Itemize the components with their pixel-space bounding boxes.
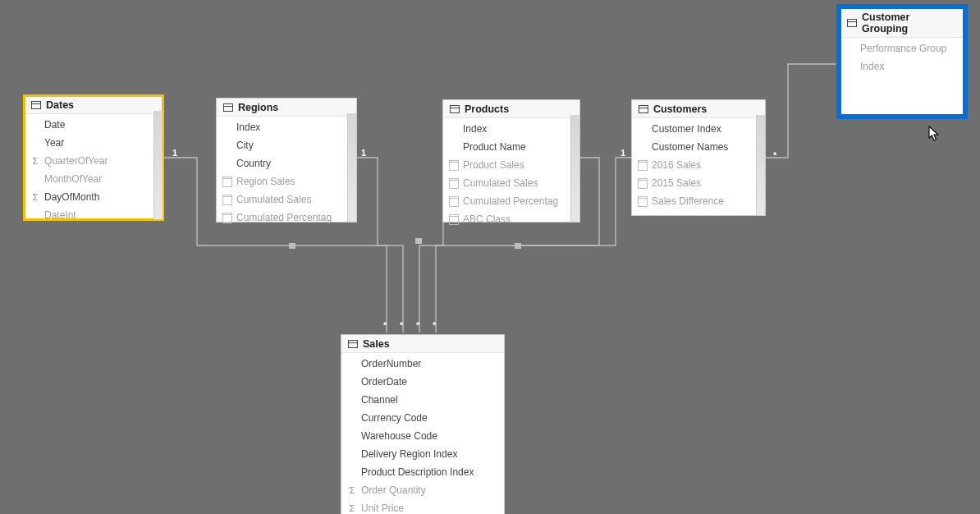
table-dates[interactable]: Dates DateYearQuarterOfYearMonthOfYearDa…: [25, 96, 163, 219]
cardinality-sales-star-4: *: [433, 320, 436, 330]
field-row[interactable]: Index: [840, 57, 964, 76]
field-row[interactable]: Cumulated Sales: [217, 190, 356, 209]
field-row[interactable]: OrderDate: [341, 373, 504, 391]
field-list: Customer IndexCustomer Names2016 Sales20…: [632, 118, 765, 212]
table-sales[interactable]: Sales OrderNumberOrderDateChannelCurrenc…: [341, 335, 504, 514]
field-name: Warehouse Code: [361, 429, 437, 443]
blank-icon: [637, 141, 648, 153]
calc-column-icon: [222, 176, 233, 187]
field-row[interactable]: Index: [443, 120, 579, 138]
field-name: Performance Group: [860, 41, 946, 56]
blank-icon: [448, 123, 460, 135]
field-row[interactable]: City: [217, 136, 356, 154]
field-list: DateYearQuarterOfYearMonthOfYearDayOfMon…: [25, 114, 163, 226]
field-row[interactable]: 2015 Sales: [632, 174, 765, 192]
field-row[interactable]: OrderNumber: [341, 355, 504, 373]
field-row[interactable]: Product Name: [443, 138, 579, 156]
field-row[interactable]: Customer Names: [632, 138, 765, 156]
cardinality-customers-1: 1: [621, 148, 625, 158]
table-header[interactable]: Regions: [217, 99, 356, 117]
table-title: Customers: [653, 103, 707, 115]
field-list: IndexProduct NameProduct SalesCumulated …: [443, 118, 579, 230]
table-header[interactable]: Dates: [25, 96, 163, 114]
field-name: Delivery Region Index: [361, 447, 457, 461]
field-name: Product Name: [463, 140, 526, 154]
table-icon: [639, 105, 648, 113]
sigma-icon: [30, 155, 41, 167]
field-row[interactable]: Cumulated Sales: [443, 174, 579, 192]
field-row[interactable]: Product Description Index: [341, 463, 504, 481]
mouse-cursor: [928, 126, 941, 142]
blank-icon: [222, 140, 233, 151]
field-row[interactable]: Delivery Region Index: [341, 445, 504, 463]
table-header[interactable]: Customer Grouping: [840, 8, 964, 38]
field-name: Product Sales: [463, 158, 524, 172]
blank-icon: [845, 43, 857, 54]
blank-icon: [222, 158, 233, 169]
field-row[interactable]: Year: [25, 134, 163, 152]
blank-icon: [346, 412, 358, 424]
field-row[interactable]: Warehouse Code: [341, 427, 504, 445]
blank-icon: [346, 376, 358, 388]
blank-icon: [346, 358, 358, 369]
field-row[interactable]: Sales Difference: [632, 192, 765, 210]
table-icon: [348, 340, 358, 348]
table-icon: [847, 19, 857, 27]
field-row[interactable]: Performance Group: [840, 39, 964, 57]
blank-icon: [637, 123, 648, 135]
table-title: Customer Grouping: [862, 11, 957, 34]
calc-column-icon: [448, 195, 460, 207]
calc-column-icon: [637, 159, 648, 171]
field-name: DateInt: [44, 208, 76, 223]
field-row[interactable]: Customer Index: [632, 120, 765, 138]
field-row[interactable]: Cumulated Percentag: [217, 209, 356, 227]
field-row[interactable]: Product Sales: [443, 156, 579, 174]
calc-column-icon: [448, 177, 460, 189]
field-name: Cumulated Percentag: [236, 210, 332, 225]
field-row[interactable]: Channel: [341, 391, 504, 409]
field-row[interactable]: 2016 Sales: [632, 156, 765, 174]
table-customers[interactable]: Customers Customer IndexCustomer Names20…: [632, 100, 765, 215]
field-row[interactable]: Currency Code: [341, 409, 504, 427]
field-row[interactable]: Index: [217, 118, 356, 136]
field-row[interactable]: DateInt: [25, 206, 163, 224]
field-list: Performance GroupIndex: [840, 38, 964, 77]
field-row[interactable]: DayOfMonth: [25, 188, 163, 206]
field-row[interactable]: Region Sales: [217, 172, 356, 190]
field-row[interactable]: MonthOfYear: [25, 170, 163, 188]
table-regions[interactable]: Regions IndexCityCountryRegion SalesCumu…: [217, 99, 356, 222]
field-name: Cumulated Percentag: [463, 194, 558, 209]
field-name: Index: [860, 59, 884, 74]
cardinality-regions-1: 1: [361, 148, 366, 158]
field-name: 2015 Sales: [652, 176, 701, 190]
field-name: Index: [236, 120, 260, 135]
field-row[interactable]: Country: [217, 154, 356, 172]
table-header[interactable]: Products: [443, 100, 579, 118]
field-row[interactable]: Cumulated Percentag: [443, 192, 579, 210]
field-name: DayOfMonth: [44, 190, 99, 204]
field-name: Order Quantity: [361, 483, 426, 498]
table-customer-grouping[interactable]: Customer Grouping Performance GroupIndex: [840, 8, 964, 115]
blank-icon: [346, 466, 358, 478]
field-name: Unit Price: [361, 501, 404, 514]
sigma-icon: [346, 503, 358, 514]
field-name: City: [236, 138, 254, 153]
calc-column-icon: [448, 213, 460, 225]
field-row[interactable]: Date: [25, 116, 163, 134]
field-row[interactable]: Order Quantity: [341, 481, 504, 499]
field-row[interactable]: ABC Class: [443, 210, 579, 228]
field-list: OrderNumberOrderDateChannelCurrency Code…: [341, 353, 504, 514]
table-products[interactable]: Products IndexProduct NameProduct SalesC…: [443, 100, 579, 222]
field-row[interactable]: Unit Price: [341, 499, 504, 514]
table-title: Sales: [363, 338, 390, 350]
blank-icon: [448, 141, 460, 153]
field-row[interactable]: QuarterOfYear: [25, 152, 163, 170]
field-name: QuarterOfYear: [44, 154, 108, 168]
table-header[interactable]: Customers: [632, 100, 765, 118]
blank-icon: [30, 173, 41, 185]
field-name: Cumulated Sales: [236, 192, 311, 207]
field-name: Country: [236, 156, 271, 171]
cardinality-dates-1: 1: [172, 148, 177, 158]
table-header[interactable]: Sales: [341, 335, 504, 353]
blank-icon: [845, 61, 857, 72]
